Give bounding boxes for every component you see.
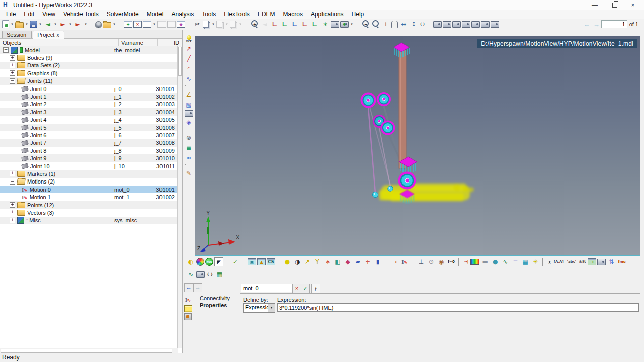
point-display-icon[interactable]: ●: [283, 257, 292, 266]
braces-expression-icon[interactable]: { }: [206, 269, 214, 279]
cs-browser-icon[interactable]: CS: [267, 258, 275, 265]
tree-row-joint-10[interactable]: Joint 10j_10301011: [0, 162, 178, 170]
menu-file[interactable]: File: [2, 10, 20, 19]
spline-entity-icon[interactable]: ∿: [184, 74, 193, 83]
tree-row-bodies-9-[interactable]: +Bodies (9): [0, 54, 178, 61]
delete-entity-button[interactable]: ×: [292, 284, 301, 293]
zoom-fit-icon[interactable]: +: [250, 20, 259, 29]
script-variable-icon[interactable]: χ: [547, 257, 552, 266]
hand-rotate-icon[interactable]: [391, 21, 398, 28]
save-file-icon[interactable]: [30, 21, 37, 28]
expand-toggle[interactable]: +: [10, 55, 15, 61]
tree-row-graphics-8-[interactable]: +Graphics (8): [0, 69, 178, 77]
save-view-icon[interactable]: [433, 21, 442, 28]
joint-tool-icon[interactable]: ⊥: [417, 257, 426, 266]
zoom-dynamic-icon[interactable]: [371, 20, 380, 29]
menu-help[interactable]: Help: [348, 10, 368, 19]
view-yx-icon[interactable]: ∟: [280, 20, 289, 29]
pan-vertical-icon[interactable]: ↕: [409, 20, 418, 29]
expand-toggle[interactable]: +: [10, 202, 15, 208]
user-profile-icon[interactable]: [95, 21, 102, 28]
contour-legend-icon[interactable]: [470, 259, 479, 265]
tree-row-model[interactable]: −Modelthe_model: [0, 46, 178, 54]
tree-horizontal-scrollbar[interactable]: [0, 348, 178, 353]
flexbody-tool-icon[interactable]: ✎: [184, 169, 193, 178]
user-view-drop-icon[interactable]: ▾: [350, 20, 354, 29]
tree-row-joint-2[interactable]: Joint 2j_2301003: [0, 101, 178, 108]
marker-display-icon[interactable]: [185, 110, 193, 117]
tree-row-markers-1-[interactable]: +Markers (1): [0, 170, 178, 177]
marker-display-icon[interactable]: ∗: [323, 257, 332, 266]
tree-row-motion-0[interactable]: I∿Motion 0mot_0301001: [0, 186, 178, 193]
apply-button[interactable]: ✓: [301, 284, 310, 293]
vector-display-icon[interactable]: ↗: [303, 257, 312, 266]
export-drop-icon[interactable]: ▾: [68, 20, 72, 29]
menu-edem[interactable]: EDEM: [254, 10, 279, 19]
expand-toggle[interactable]: +: [10, 210, 15, 215]
expand-toggle[interactable]: +: [10, 70, 15, 76]
menu-edit[interactable]: Edit: [20, 10, 38, 19]
menu-analysis[interactable]: Analysis: [167, 10, 198, 19]
menu-solvermode[interactable]: SolverMode: [103, 10, 143, 19]
coupler-entity-icon[interactable]: ∞: [184, 153, 193, 162]
string-tool-icon[interactable]: 'abc': [566, 257, 577, 266]
tree-row-joints-11-[interactable]: −Joints (11): [0, 77, 178, 85]
solid-display-icon[interactable]: ◆: [343, 257, 352, 266]
panel-display-icon[interactable]: [597, 259, 606, 265]
attachment-panel-icon[interactable]: [184, 313, 192, 320]
menu-applications[interactable]: Applications: [307, 10, 348, 19]
open-model-icon[interactable]: [103, 22, 111, 28]
report-window-icon[interactable]: ◆: [177, 21, 185, 28]
graphics-viewport[interactable]: D:/Hyperspawn/MotionView/HYP/MotionView/…: [195, 36, 640, 256]
axis-display-icon[interactable]: +: [363, 257, 372, 266]
view-iso-icon[interactable]: ∗: [320, 20, 330, 29]
menu-tools[interactable]: Tools: [198, 10, 220, 19]
body-entity-icon[interactable]: ▧: [184, 100, 193, 109]
rotate-view-icon[interactable]: ( ): [419, 20, 426, 29]
pan-horizontal-icon[interactable]: ↔: [399, 20, 408, 29]
menu-vehicle-tools[interactable]: Vehicle Tools: [59, 10, 103, 19]
tab-connectivity[interactable]: Connectivity: [195, 295, 250, 302]
dropdown-arrow-icon[interactable]: ▾: [268, 304, 275, 312]
measure-angle-icon[interactable]: ∠: [184, 90, 193, 99]
expand-toggle[interactable]: +: [10, 171, 15, 176]
scrollbar-thumb[interactable]: [178, 47, 182, 76]
ribbon-display-icon[interactable]: ▮: [373, 257, 382, 266]
tree-row-points-12-[interactable]: +Points (12): [0, 201, 178, 209]
plot-curve-icon[interactable]: ∿: [186, 269, 195, 279]
slider-tool-icon[interactable]: ⇅: [607, 257, 616, 266]
screen-capture-icon[interactable]: [331, 21, 339, 28]
export-icon[interactable]: ►: [58, 20, 67, 29]
expression-builder-button[interactable]: ƒ: [311, 284, 320, 293]
spring-damper-icon[interactable]: ∿: [501, 257, 510, 266]
retrieve-view-icon[interactable]: [443, 21, 451, 28]
point-entity-icon[interactable]: XYZ: [184, 34, 193, 43]
vector-entity-icon[interactable]: ↗: [184, 44, 193, 53]
save-drop-icon[interactable]: ▾: [38, 20, 42, 29]
tree-row-joint-0[interactable]: Joint 0j_0301001: [0, 85, 178, 93]
triad-display-icon[interactable]: Y: [313, 257, 322, 266]
copy-icon[interactable]: [203, 21, 209, 28]
line-entity-icon[interactable]: ╱: [184, 54, 193, 63]
shade-mode-icon[interactable]: ◐: [186, 257, 195, 266]
derivative-tool-icon[interactable]: ∂/∂t: [578, 257, 587, 266]
tree-row-joint-6[interactable]: Joint 6j_6301007: [0, 131, 178, 139]
output-request-icon[interactable]: →|: [463, 257, 469, 266]
cg-display-icon[interactable]: ◑: [293, 257, 302, 266]
close-button[interactable]: ×: [624, 0, 642, 10]
expand-toggle[interactable]: +: [10, 63, 15, 68]
import-geometry-icon[interactable]: ▣: [248, 258, 256, 265]
tree-row-joint-8[interactable]: Joint 8j_8301009: [0, 147, 178, 154]
plate-stack-icon[interactable]: ≡: [511, 257, 520, 266]
mesh-graphic-icon[interactable]: ▦: [521, 257, 530, 266]
next-page-arrow-icon[interactable]: →: [593, 21, 600, 28]
new-drop-icon[interactable]: ▾: [10, 20, 14, 29]
tree-row-joint-7[interactable]: Joint 7j_7301008: [0, 139, 178, 147]
cut-icon[interactable]: ✂: [193, 20, 202, 29]
fmu-tool-icon[interactable]: fmu: [617, 257, 626, 266]
entity-name-input[interactable]: [241, 284, 294, 292]
menu-macros[interactable]: Macros: [279, 10, 307, 19]
check-model-icon[interactable]: ✓: [231, 257, 240, 266]
menu-flextools[interactable]: FlexTools: [220, 10, 254, 19]
pan-icon[interactable]: +: [381, 20, 390, 29]
